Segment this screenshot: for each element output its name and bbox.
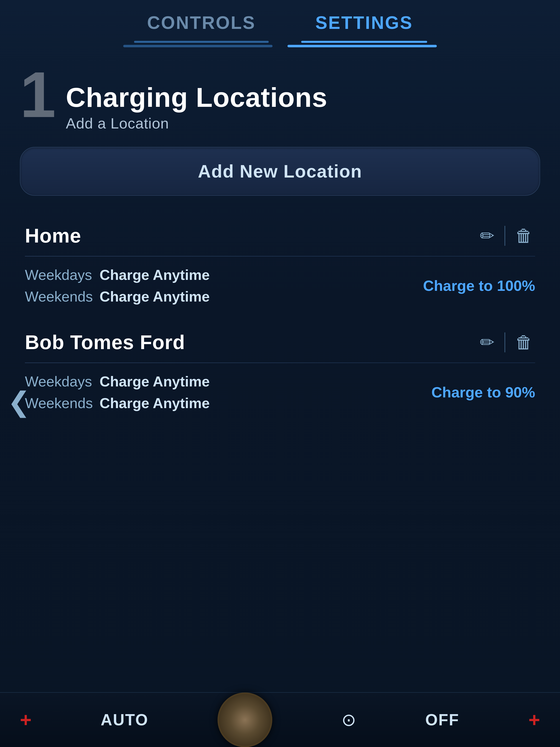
location-details-home: Weekdays Charge Anytime Weekends Charge … [20,256,540,315]
location-name-home: Home [25,224,81,247]
delete-icon-btf[interactable]: 🗑 [513,330,535,355]
weekdays-schedule-btf: Charge Anytime [100,373,210,390]
location-actions-home: ✏ 🗑 [477,223,535,249]
page-subtitle: Add a Location [66,115,327,132]
location-card: Home ✏ 🗑 Weekdays Charge Anytime [20,216,540,315]
charge-limit-home: Charge to 100% [423,277,535,294]
volume-knob[interactable] [217,693,272,747]
top-nav: CONTROLS SETTINGS [0,0,560,35]
location-card-home: Home ✏ 🗑 Weekdays Charge Anytime [20,216,540,315]
location-details-btf: Weekdays Charge Anytime Weekends Charge … [20,363,540,421]
weekends-schedule-btf: Charge Anytime [100,395,210,411]
tab-controls[interactable]: CONTROLS [117,5,286,40]
weekends-label-btf: Weekends [25,395,89,411]
edit-icon-btf[interactable]: ✏ [477,330,497,355]
plus-left-icon[interactable]: + [20,709,32,731]
weekends-row-btf: Weekends Charge Anytime [25,395,210,411]
weekdays-row-btf: Weekdays Charge Anytime [25,373,210,390]
weekdays-schedule-home: Charge Anytime [100,266,210,283]
bottom-bar: + AUTO ⊙ OFF + [0,692,560,747]
weekends-label-home: Weekends [25,288,89,305]
delete-icon-home[interactable]: 🗑 [513,223,535,248]
weekdays-label-btf: Weekdays [25,373,89,390]
weekdays-label-home: Weekdays [25,266,89,283]
charge-value-home: 100% [497,277,535,294]
locations-container: Home ✏ 🗑 Weekdays Charge Anytime [0,211,560,434]
plus-right-icon[interactable]: + [528,709,540,731]
edit-icon-home[interactable]: ✏ [477,223,497,249]
back-arrow[interactable]: ❮ [7,386,30,418]
charge-limit-btf: Charge to 90% [431,384,535,401]
settings-underline [288,45,437,47]
fan-icon: ⊙ [342,710,356,730]
location-name-btf: Bob Tomes Ford [25,331,185,354]
tab-settings[interactable]: SETTINGS [286,5,443,40]
page-header: 1 Charging Locations Add a Location [0,52,560,142]
location-header-home: Home ✏ 🗑 [20,216,540,256]
location-card: Bob Tomes Ford ✏ 🗑 Weekdays Charge Anyti… [20,322,540,421]
weekends-row-home: Weekends Charge Anytime [25,288,210,305]
schedule-info-home: Weekdays Charge Anytime Weekends Charge … [25,266,210,305]
screen: CONTROLS SETTINGS 1 Charging Locations A… [0,0,560,747]
location-header-btf: Bob Tomes Ford ✏ 🗑 [20,322,540,363]
weekdays-row-home: Weekdays Charge Anytime [25,266,210,283]
title-block: Charging Locations Add a Location [66,67,327,132]
actions-divider-home [505,226,505,246]
actions-divider-btf [505,332,505,352]
auto-label: AUTO [101,711,148,729]
controls-underline [123,45,272,47]
location-card-bobtomesford: Bob Tomes Ford ✏ 🗑 Weekdays Charge Anyti… [20,322,540,421]
step-number: 1 [20,62,54,127]
tab-underlines [0,40,560,52]
location-actions-btf: ✏ 🗑 [477,330,535,355]
page-title: Charging Locations [66,82,327,112]
charge-value-btf: 90% [505,384,535,401]
off-label: OFF [425,711,459,729]
weekends-schedule-home: Charge Anytime [100,288,210,305]
add-location-button[interactable]: Add New Location [20,147,540,196]
schedule-info-btf: Weekdays Charge Anytime Weekends Charge … [25,373,210,411]
